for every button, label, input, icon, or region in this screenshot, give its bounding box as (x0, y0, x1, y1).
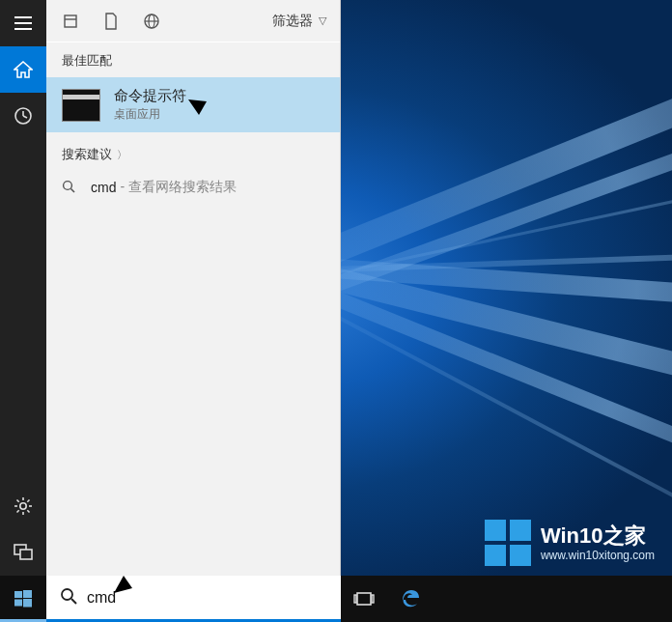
suggestion-text: cmd (91, 180, 116, 195)
taskbar-search-box[interactable] (46, 576, 341, 622)
chevron-right-icon: 〉 (114, 149, 127, 160)
svg-rect-25 (23, 590, 32, 598)
header-web-icon[interactable] (131, 6, 172, 37)
svg-rect-17 (65, 15, 76, 27)
search-icon (62, 180, 81, 196)
svg-rect-24 (14, 591, 22, 598)
task-view-icon (353, 591, 375, 607)
document-icon (104, 13, 118, 30)
svg-rect-32 (372, 595, 374, 603)
best-match-header: 最佳匹配 (46, 42, 340, 77)
rail-clock[interactable] (0, 93, 46, 139)
svg-point-6 (20, 503, 26, 509)
header-apps-icon[interactable] (50, 6, 91, 37)
svg-line-12 (27, 510, 29, 512)
rail-settings[interactable] (0, 483, 46, 529)
svg-line-11 (17, 500, 19, 502)
svg-point-22 (64, 181, 72, 189)
best-match-subtitle: 桌面应用 (114, 106, 186, 123)
svg-point-28 (62, 589, 72, 600)
rail-home[interactable] (0, 46, 46, 93)
svg-line-5 (23, 116, 27, 118)
home-icon (14, 61, 33, 78)
suggestion-header[interactable]: 搜索建议 〉 (46, 132, 340, 171)
best-match-result[interactable]: 命令提示符 桌面应用 (46, 77, 340, 132)
cortana-side-rail (0, 0, 46, 576)
edge-browser-button[interactable] (387, 576, 434, 622)
watermark-url: www.win10xitong.com (541, 549, 655, 562)
cmd-app-icon (62, 89, 100, 122)
suggestion-item[interactable]: cmd - 查看网络搜索结果 (46, 171, 340, 204)
globe-icon (143, 13, 160, 30)
watermark: Win10之家 www.win10xitong.com (485, 520, 655, 566)
best-match-title: 命令提示符 (114, 87, 186, 105)
svg-line-23 (71, 188, 75, 192)
search-icon (60, 587, 77, 608)
svg-rect-30 (357, 593, 371, 605)
svg-rect-31 (354, 595, 356, 603)
hamburger-icon (14, 16, 32, 30)
svg-line-29 (71, 599, 76, 604)
edge-icon (400, 588, 421, 609)
suggestion-hint: - 查看网络搜索结果 (120, 179, 237, 196)
watermark-logo (485, 520, 531, 566)
start-button[interactable] (0, 576, 46, 622)
search-input[interactable] (87, 589, 327, 607)
clock-icon (14, 106, 33, 126)
feedback-icon (14, 544, 33, 561)
taskbar (0, 576, 672, 622)
rail-feedback[interactable] (0, 529, 46, 576)
rail-hamburger[interactable] (0, 0, 46, 46)
svg-line-13 (17, 510, 19, 512)
svg-rect-26 (14, 600, 22, 607)
svg-rect-27 (23, 599, 32, 608)
gear-icon (14, 496, 33, 516)
chevron-down-icon[interactable]: ▽ (317, 14, 336, 27)
panel-header: 筛选器 ▽ (46, 0, 340, 42)
svg-rect-16 (20, 550, 32, 559)
filter-label[interactable]: 筛选器 (272, 13, 313, 30)
watermark-title: Win10之家 (541, 523, 655, 549)
cortana-panel: 筛选器 ▽ 最佳匹配 命令提示符 桌面应用 搜索建议 〉 cmd - 查看网络搜… (46, 0, 341, 576)
svg-line-14 (27, 500, 29, 502)
task-view-button[interactable] (341, 576, 387, 622)
windows-logo-icon (14, 590, 32, 608)
header-documents-icon[interactable] (91, 6, 131, 37)
